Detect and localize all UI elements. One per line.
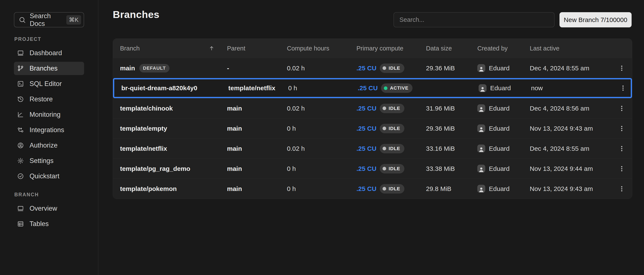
actions-cell [616,182,632,196]
branch-cell: template/chinook [113,105,227,112]
compute-units: .25 CU [356,105,376,112]
last-active-cell: Dec 4, 2024 8:55 am [530,65,616,72]
column-header-data-size[interactable]: Data size [426,45,477,52]
branch-search-input[interactable] [394,12,554,27]
sidebar-item-overview[interactable]: Overview [14,202,84,215]
column-header-primary-compute[interactable]: Primary compute [356,45,426,52]
table-row[interactable]: mainDEFAULT-0.02 h.25 CUIDLE29.36 MiBEdu… [113,58,632,78]
table-row[interactable]: template/pg_rag_demomain0 h.25 CUIDLE33.… [113,158,632,179]
compute-status-badge: ACTIVE [381,83,412,93]
avatar [477,124,485,132]
column-header-last-active[interactable]: Last active [530,45,616,52]
row-menu-button[interactable] [616,182,628,196]
compute-units: .25 CU [356,125,376,132]
creator-name: Eduard [489,185,510,193]
table-row[interactable]: br-quiet-dream-a820k4y0template/netflix0… [113,78,632,98]
column-header-label: Data size [426,45,452,52]
monitoring-icon [17,111,24,118]
status-dot [384,86,388,90]
actions-cell [616,142,632,155]
last-active-cell: Nov 13, 2024 9:43 am [530,125,616,132]
compute-hours-cell: 0 h [288,84,358,92]
creator-name: Eduard [489,105,510,112]
column-header-label: Created by [477,45,508,52]
compute-hours-cell: 0.02 h [287,105,356,112]
compute-units: .25 CU [356,165,376,172]
compute-hours-cell: 0.02 h [287,65,356,72]
docs-search-label: Search Docs [30,12,62,27]
primary-compute-cell: .25 CUIDLE [356,63,426,73]
compute-status-badge: IDLE [380,144,404,153]
sidebar-nav: PROJECTDashboardBranchesSQL EditorRestor… [14,36,91,231]
table-row[interactable]: template/chinookmain0.02 h.25 CUIDLE31.9… [113,98,632,118]
column-header-parent[interactable]: Parent [227,45,287,52]
actions-cell [616,122,632,135]
parent-name: main [227,185,242,192]
sidebar-item-label: Dashboard [30,49,62,57]
status-dot [382,187,386,191]
branch-cell: template/empty [113,125,227,132]
avatar [477,104,485,112]
restore-icon [17,96,24,103]
column-header-created-by[interactable]: Created by [477,45,530,52]
compute-units: .25 CU [356,65,376,72]
last-active-cell: Dec 4, 2024 8:56 am [530,105,616,112]
parent-name: - [227,65,229,72]
column-header-branch[interactable]: Branch [113,45,227,52]
sidebar-item-settings[interactable]: Settings [14,154,84,167]
row-menu-button[interactable] [618,81,630,95]
docs-search-button[interactable]: Search Docs ⌘K [14,12,84,27]
new-branch-button[interactable]: New Branch 7/100000 [560,12,632,27]
sidebar-item-tables[interactable]: Tables [14,217,84,231]
row-menu-button[interactable] [616,162,628,175]
status-dot [382,147,386,150]
compute-hours-cell: 0 h [287,165,356,172]
sidebar-item-label: Tables [30,220,49,228]
row-menu-button[interactable] [616,122,628,135]
sidebar-item-sql-editor[interactable]: SQL Editor [14,77,84,90]
actions-cell [616,162,632,175]
row-menu-button[interactable] [616,62,628,75]
sidebar-item-integrations[interactable]: Integrations [14,123,84,137]
sidebar-item-authorize[interactable]: Authorize [14,139,84,152]
sidebar-item-monitoring[interactable]: Monitoring [14,108,84,121]
primary-compute-cell: .25 CUIDLE [356,144,426,153]
row-menu-button[interactable] [616,142,628,155]
avatar [477,185,485,193]
table-row[interactable]: template/netflixmain0.02 h.25 CUIDLE33.1… [113,138,632,158]
nav-section-label-project: PROJECT [14,36,91,42]
sidebar-item-dashboard[interactable]: Dashboard [14,46,84,60]
column-header-compute-hours[interactable]: Compute hours [287,45,356,52]
sidebar-item-quickstart[interactable]: Quickstart [14,170,84,183]
integrations-icon [17,127,24,133]
parent-cell: main [227,105,287,112]
created-by-cell: Eduard [477,104,530,112]
dashboard-icon [17,50,24,56]
created-by-cell: Eduard [478,84,531,92]
status-label: IDLE [388,186,400,192]
status-label: IDLE [388,65,400,71]
parent-cell: main [227,165,287,172]
branch-name: br-quiet-dream-a820k4y0 [121,84,197,91]
sql-editor-icon [17,80,24,87]
sidebar: Search Docs ⌘K PROJECTDashboardBranchesS… [0,0,98,275]
search-icon [18,16,26,23]
table-row[interactable]: template/pokemonmain0 h.25 CUIDLE29.8 Mi… [113,179,632,199]
sidebar-item-restore[interactable]: Restore [14,93,84,106]
last-active-cell: Nov 13, 2024 9:43 am [530,185,616,193]
creator-name: Eduard [489,145,510,152]
creator-name: Eduard [489,125,510,132]
table-row[interactable]: template/emptymain0 h.25 CUIDLE29.36 MiB… [113,118,632,138]
actions-cell [618,81,632,95]
avatar [477,165,485,173]
column-header-label: Last active [530,45,560,52]
sidebar-item-branches[interactable]: Branches [14,62,84,75]
status-label: IDLE [388,106,400,111]
table-body: mainDEFAULT-0.02 h.25 CUIDLE29.36 MiBEdu… [113,58,632,199]
compute-status-badge: IDLE [380,184,404,194]
primary-compute-cell: .25 CUIDLE [356,164,426,173]
primary-compute-cell: .25 CUIDLE [356,124,426,133]
row-menu-button[interactable] [616,102,628,115]
avatar [477,64,485,72]
branch-cell: template/netflix [113,145,227,152]
